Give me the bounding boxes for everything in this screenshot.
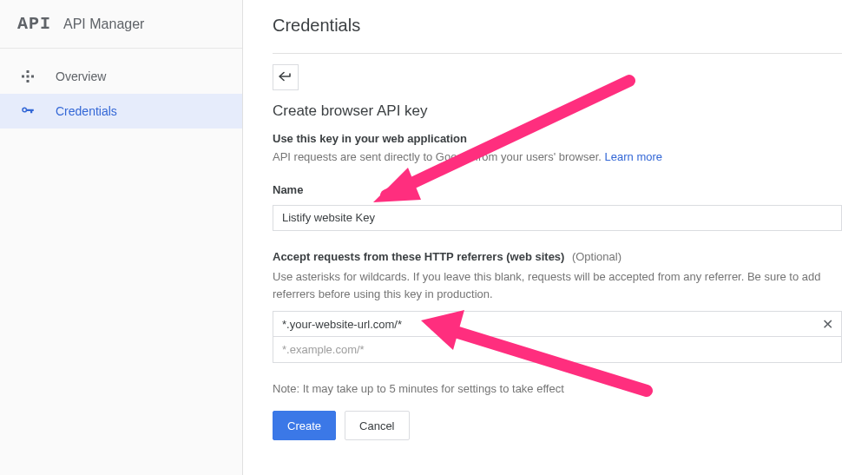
note-text: Note: It may take up to 5 minutes for se… <box>273 382 842 395</box>
sidebar-item-label: Overview <box>56 69 106 83</box>
referrers-label: Accept requests from these HTTP referrer… <box>273 250 564 263</box>
sidebar: API API Manager Overview Credentials <box>0 0 243 475</box>
referrer-item-row: ✕ <box>273 311 842 337</box>
key-icon <box>19 102 36 120</box>
usage-help: API requests are sent directly to Google… <box>273 148 842 166</box>
referrer-input-filled[interactable] <box>273 311 842 337</box>
section-title: Create browser API key <box>273 102 842 120</box>
sidebar-item-credentials[interactable]: Credentials <box>0 94 242 129</box>
referrers-field-group: Accept requests from these HTTP referrer… <box>273 248 842 364</box>
svg-rect-2 <box>31 76 34 78</box>
button-row: Create Cancel <box>273 411 842 440</box>
nav: Overview Credentials <box>0 49 242 129</box>
referrers-help: Use asterisks for wildcards. If you leav… <box>273 268 842 302</box>
usage-heading: Use this key in your web application <box>273 132 842 145</box>
back-arrow-icon <box>279 71 293 84</box>
learn-more-link[interactable]: Learn more <box>605 150 662 163</box>
sidebar-header: API API Manager <box>0 0 242 49</box>
divider <box>273 53 842 54</box>
referrer-new-row <box>273 337 842 363</box>
referrer-input-empty[interactable] <box>273 337 842 363</box>
name-label: Name <box>273 183 842 196</box>
main-content: Credentials Create browser API key Use t… <box>243 0 868 475</box>
referrers-label-row: Accept requests from these HTTP referrer… <box>273 248 842 266</box>
sidebar-item-label: Credentials <box>56 104 117 118</box>
svg-rect-4 <box>27 76 30 78</box>
create-button[interactable]: Create <box>273 411 336 440</box>
diamond-icon <box>19 68 36 85</box>
svg-rect-3 <box>27 80 30 82</box>
clear-referrer-button[interactable]: ✕ <box>822 316 833 333</box>
api-logo: API <box>17 14 51 34</box>
usage-help-text: API requests are sent directly to Google… <box>273 150 605 163</box>
close-icon: ✕ <box>822 317 833 332</box>
svg-rect-0 <box>27 70 30 73</box>
referrers-optional: (Optional) <box>572 250 621 263</box>
svg-rect-1 <box>22 76 24 78</box>
name-input[interactable] <box>273 205 842 231</box>
back-button[interactable] <box>273 64 299 90</box>
app-title: API Manager <box>63 16 144 32</box>
sidebar-item-overview[interactable]: Overview <box>0 59 242 94</box>
name-field-group: Name <box>273 183 842 231</box>
page-title: Credentials <box>273 0 842 53</box>
cancel-button[interactable]: Cancel <box>345 411 409 440</box>
